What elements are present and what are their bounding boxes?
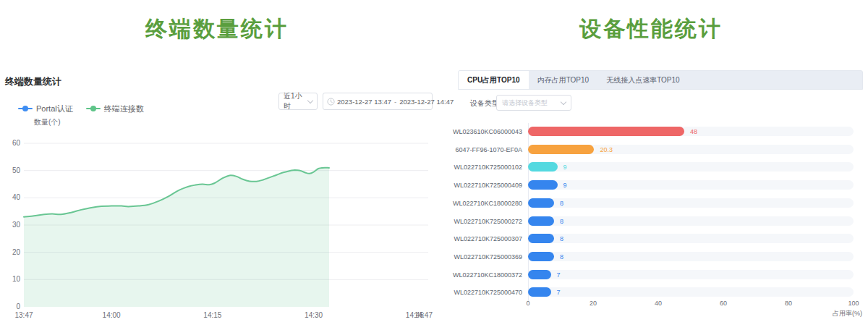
bar-fill	[528, 180, 558, 190]
legend-item-0[interactable]: Portal认证	[18, 103, 73, 114]
y-tick-label: 40	[12, 193, 21, 201]
legend-label: Portal认证	[36, 103, 73, 114]
x-tick-label: 14:15	[203, 311, 221, 319]
bar-x-tick-label: 0	[526, 300, 529, 307]
series-area-fill	[24, 168, 329, 307]
bar-category-label: WL022710K725000369	[443, 253, 522, 261]
bar-value-label: 48	[690, 128, 697, 135]
chevron-down-icon	[307, 98, 313, 103]
x-tick-label: 13:47	[14, 311, 33, 319]
y-tick-label: 10	[12, 275, 21, 283]
y-tick-label: 50	[12, 166, 21, 174]
bar-track	[528, 198, 854, 208]
bar-category-label: WL022710K725000470	[443, 289, 522, 296]
terminal-count-panel: 终端数量统计 终端数量统计 近1小时 2023-12-27 13:47 - 20…	[0, 0, 434, 330]
bar-x-tick-label: 40	[655, 300, 662, 307]
bar-x-tick-label: 80	[785, 300, 792, 307]
y-tick-label: 60	[12, 139, 21, 147]
bar-track	[528, 252, 854, 261]
bar-track	[528, 162, 854, 172]
bar-x-tick-label: 20	[590, 300, 597, 307]
terminal-count-line-chart: 0102030405060数量(个)13:4714:0014:1514:3014…	[0, 116, 434, 330]
legend: Portal认证终端连接数	[18, 103, 144, 114]
legend-marker-icon	[86, 108, 101, 109]
bar-value-label: 8	[560, 200, 563, 207]
bar-fill	[528, 162, 558, 172]
y-tick-label: 30	[12, 221, 21, 229]
bar-category-label: WL022710K725000272	[443, 218, 522, 225]
date-range-start: 2023-12-27 13:47	[337, 98, 391, 106]
bar-value-label: 8	[560, 218, 563, 225]
x-tick-label: 14:47	[414, 311, 433, 319]
bar-track	[528, 145, 854, 154]
date-range-picker[interactable]: 2023-12-27 13:47 - 2023-12-27 14:47	[323, 93, 433, 110]
bar-fill	[528, 287, 551, 297]
bar-category-label: WL022710KC18000372	[443, 271, 522, 279]
bar-x-tick-label: 100	[848, 300, 859, 307]
bar-value-label: 7	[557, 271, 561, 279]
bar-fill	[528, 198, 554, 208]
bar-value-label: 20.3	[600, 146, 613, 153]
x-tick-label: 14:00	[103, 311, 121, 319]
bar-category-label: WL022710K725000409	[443, 182, 522, 189]
bar-fill	[528, 252, 554, 261]
bar-value-label: 8	[560, 253, 563, 261]
bar-category-label: WL022710K725000307	[443, 235, 522, 242]
x-tick-label: 14:30	[305, 311, 323, 319]
bar-fill	[528, 270, 551, 279]
legend-label: 终端连接数	[104, 103, 144, 114]
bar-track	[528, 180, 854, 190]
bar-value-label: 9	[563, 182, 567, 189]
bar-fill	[528, 127, 684, 136]
y-tick-label: 20	[12, 248, 21, 256]
bar-value-label: 8	[560, 235, 563, 242]
bar-value-label: 9	[563, 164, 567, 171]
cpu-top10-bar-chart: WL023610KC06000043486047-FF96-1070-EF0A2…	[434, 0, 868, 330]
bar-track	[528, 216, 854, 226]
legend-item-1[interactable]: 终端连接数	[86, 103, 144, 114]
date-range-separator: -	[393, 98, 397, 106]
bar-track	[528, 234, 854, 243]
device-performance-panel: 设备性能统计 CPU占用TOP10内存占用TOP10无线接入点速率TOP10 设…	[434, 0, 868, 330]
terminal-count-card-title: 终端数量统计	[5, 75, 61, 88]
clock-icon	[327, 98, 335, 106]
bar-track	[528, 287, 854, 297]
bar-category-label: WL023610KC06000043	[443, 128, 522, 135]
left-banner-title: 终端数量统计	[0, 14, 434, 44]
bar-fill	[528, 234, 554, 243]
bar-fill	[528, 216, 554, 226]
bar-fill	[528, 145, 594, 154]
bar-x-tick-label: 60	[720, 300, 727, 307]
y-tick-label: 0	[16, 302, 20, 310]
bar-track	[528, 270, 854, 279]
time-range-select-value: 近1小时	[284, 91, 308, 111]
bar-x-axis-title: 占用率(%)	[833, 309, 862, 318]
time-range-select[interactable]: 近1小时	[278, 93, 318, 110]
bar-category-label: 6047-FF96-1070-EF0A	[443, 146, 522, 153]
bar-category-label: WL022710K725000102	[443, 164, 522, 171]
bar-category-label: WL022710KC18000280	[443, 200, 522, 207]
y-axis-title: 数量(个)	[33, 118, 61, 126]
bar-value-label: 7	[557, 289, 561, 296]
legend-marker-icon	[18, 108, 33, 109]
